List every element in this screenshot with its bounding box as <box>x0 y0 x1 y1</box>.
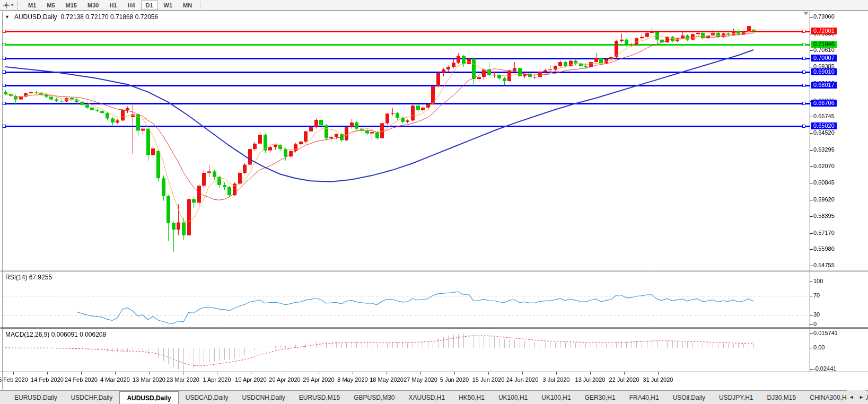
axis-tick-label: 0.55980 <box>813 245 835 252</box>
tab-dj30-m15[interactable]: DJ30,M15 <box>760 391 803 404</box>
axis-tick-label: 0.60845 <box>813 179 835 186</box>
tab-scroll-right-icon[interactable]: ► <box>859 394 864 400</box>
timeframe-button-mn[interactable]: MN <box>178 1 197 10</box>
hline-price-label: 0.70007 <box>811 55 837 62</box>
timeframe-button-m5[interactable]: M5 <box>42 1 59 10</box>
tab-usdcad-daily[interactable]: USDCAD,Daily <box>179 391 235 404</box>
tab-usdchf-daily[interactable]: USDCHF,Daily <box>64 391 120 404</box>
axis-tick-label: 0.54755 <box>813 262 835 268</box>
axis-tick-label: 0.63295 <box>813 146 835 153</box>
chart-ohlc: 0.72138 0.72170 0.71868 0.72056 <box>61 13 159 21</box>
axis-tick-label: 0.015741 <box>813 330 838 336</box>
price-chart-canvas[interactable] <box>0 11 868 390</box>
tab-ger30-h1[interactable]: GER30,H1 <box>578 391 622 404</box>
chart-tab-bar: EURUSD,DailyUSDCHF,DailyAUDUSD,DailyUSDC… <box>0 390 868 404</box>
date-label: 31 Jul 2020 <box>634 376 682 383</box>
axis-tick-label: -0.02441 <box>813 365 836 372</box>
axis-tick-label: 100 <box>813 278 823 284</box>
tab-uk100-h1[interactable]: UK100,H1 <box>534 391 577 404</box>
timeframe-button-h4[interactable]: H4 <box>122 1 139 10</box>
axis-tick-label: 0.62070 <box>813 163 835 169</box>
timeframe-button-m30[interactable]: M30 <box>83 1 103 10</box>
expander-icon[interactable]: ▼ <box>5 14 10 20</box>
axis-tick-label: 0.58395 <box>813 213 835 219</box>
timeframe-button-m15[interactable]: M15 <box>61 1 82 10</box>
time-axis[interactable]: 5 Feb 202014 Feb 202024 Feb 20204 Mar 20… <box>0 374 810 385</box>
crosshair-icon <box>3 2 10 9</box>
timeframe-buttons: M1M5M15M30H1H4D1W1MN <box>23 1 197 10</box>
tab-fra40-h1[interactable]: FRA40,H1 <box>622 391 666 404</box>
price-axis[interactable]: 0.730600.718350.706100.693850.681600.668… <box>810 11 868 390</box>
axis-tick-label: 0.73060 <box>813 13 835 20</box>
hline-price-label: 0.66706 <box>811 100 837 107</box>
timeframe-button-h1[interactable]: H1 <box>104 1 121 10</box>
tab-usdcnh-daily[interactable]: USDCNH,Daily <box>235 391 292 404</box>
timeframe-button-d1[interactable]: D1 <box>141 1 158 10</box>
axis-tick-label: 0.59620 <box>813 196 835 203</box>
tab-usoil-daily[interactable]: USOil,Daily <box>666 391 712 404</box>
toolbar: ▾ M1M5M15M30H1H4D1W1MN <box>0 0 868 11</box>
timeframe-button-w1[interactable]: W1 <box>159 1 178 10</box>
toolbar-grip <box>17 2 20 9</box>
chart-title: ▼ AUDUSD,Daily 0.72138 0.72170 0.71868 0… <box>5 13 158 21</box>
axis-tick-label: 30 <box>813 311 820 318</box>
hline-price-label: 0.69010 <box>811 68 837 75</box>
tab-scroll-left-icon[interactable]: ◄ <box>849 394 854 400</box>
hline-price-label: 0.65020 <box>811 122 837 129</box>
axis-tick-label: 0.00 <box>813 344 825 350</box>
toolbar-separator <box>200 2 200 9</box>
axis-tick-label: 70 <box>813 292 820 298</box>
axis-tick-label: 0.57170 <box>813 230 835 236</box>
hline-price-label: 0.68017 <box>811 82 837 89</box>
axis-tick-label: 0 <box>813 321 817 327</box>
hline-price-label: 0.72001 <box>811 28 837 34</box>
tab-usdjpy-h1[interactable]: USDJPY,H1 <box>712 391 760 404</box>
axis-tick-label: 0.64520 <box>813 129 835 136</box>
chart-symbol-label: AUDUSD,Daily <box>14 13 57 21</box>
cursor-tool-button[interactable]: ▾ <box>0 1 15 10</box>
chevron-down-icon: ▾ <box>11 3 13 7</box>
timeframe-button-m1[interactable]: M1 <box>23 1 41 10</box>
tab-eurusd-daily[interactable]: EURUSD,Daily <box>7 391 64 404</box>
tab-audusd-daily[interactable]: AUDUSD,Daily <box>119 391 178 404</box>
tab-gbpusd-m30[interactable]: GBPUSD,M30 <box>347 391 401 404</box>
tab-xauusd-h1[interactable]: XAUUSD,H1 <box>401 391 452 404</box>
axis-tick-label: 0.65745 <box>813 113 835 119</box>
tab-hk50-h1[interactable]: HK50,H1 <box>452 391 492 404</box>
hline-price-label: 0.71046 <box>811 41 837 48</box>
tab-uk100-h1[interactable]: UK100,H1 <box>492 391 534 404</box>
tab-scroll-controls: ◄ ► <box>847 390 866 404</box>
macd-label: MACD(12,26,9) 0.006091 0.006208 <box>5 331 106 338</box>
tab-eurusd-m15[interactable]: EURUSD,M15 <box>292 391 347 404</box>
rsi-label: RSI(14) 67.9255 <box>5 274 52 281</box>
